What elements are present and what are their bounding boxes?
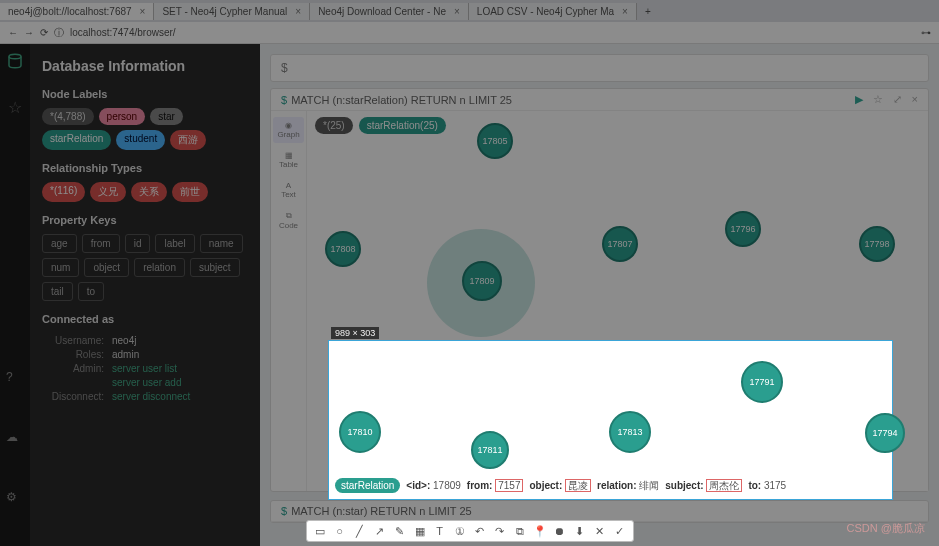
tab-2[interactable]: Neo4j Download Center - Ne× (310, 3, 469, 20)
key-pill[interactable]: to (78, 282, 104, 301)
label-pill[interactable]: person (99, 108, 146, 125)
graph-node[interactable]: 17805 (477, 123, 513, 159)
save-icon[interactable]: ⬇ (573, 524, 587, 538)
close-icon[interactable]: × (140, 6, 146, 17)
graph-node[interactable]: 17811 (471, 431, 509, 469)
graph-node[interactable]: 17796 (725, 211, 761, 247)
close-icon[interactable]: × (454, 6, 460, 17)
rels-heading: Relationship Types (42, 162, 248, 174)
browser-tabstrip: neo4j@bolt://localhost:7687× SET - Neo4j… (0, 0, 939, 22)
reload-icon[interactable]: ⟳ (40, 27, 48, 38)
node-inspector: starRelation <id>: 17809 from: 7157 obje… (335, 478, 886, 493)
settings-icon[interactable]: ⚙ (6, 490, 17, 504)
label-pill[interactable]: star (150, 108, 183, 125)
tab-1[interactable]: SET - Neo4j Cypher Manual× (154, 3, 310, 20)
graph-node[interactable]: 17798 (859, 226, 895, 262)
view-text[interactable]: AText (277, 177, 300, 203)
help-icon[interactable]: ? (6, 370, 13, 384)
record-icon[interactable]: ⏺ (553, 524, 567, 538)
line-icon[interactable]: ╱ (353, 524, 367, 538)
close-icon[interactable]: × (912, 93, 918, 106)
rel-count[interactable]: *(116) (42, 182, 85, 202)
user-list-link[interactable]: server user list (112, 363, 177, 374)
undo-icon[interactable]: ↶ (473, 524, 487, 538)
view-switcher: ◉Graph ▦Table AText ⧉Code (271, 111, 307, 491)
cypher-editor[interactable]: $ (270, 54, 929, 82)
graph-node[interactable]: 17809 (462, 261, 502, 301)
cloud-icon[interactable]: ☁ (6, 430, 18, 444)
arrow-icon[interactable]: ↗ (373, 524, 387, 538)
selection-dimensions: 989 × 303 (331, 327, 379, 339)
query-text: MATCH (n:starRelation) RETURN n LIMIT 25 (291, 94, 512, 106)
circle-icon[interactable]: ○ (333, 524, 347, 538)
key-pill[interactable]: subject (190, 258, 240, 277)
labels-heading: Node Labels (42, 88, 248, 100)
graph-node[interactable]: 17791 (741, 361, 783, 403)
view-table[interactable]: ▦Table (275, 147, 302, 173)
tab-3[interactable]: LOAD CSV - Neo4j Cypher Ma× (469, 3, 637, 20)
database-icon[interactable] (6, 52, 24, 74)
result-count[interactable]: *(25) (315, 117, 353, 134)
keys-heading: Property Keys (42, 214, 248, 226)
star-icon[interactable]: ☆ (8, 98, 22, 117)
disconnect-link[interactable]: server disconnect (112, 391, 190, 402)
new-tab-button[interactable]: + (637, 3, 659, 20)
back-icon[interactable]: ← (8, 27, 18, 38)
user-add-link[interactable]: server user add (112, 377, 181, 388)
key-pill[interactable]: object (84, 258, 129, 277)
label-pill[interactable]: student (116, 130, 165, 150)
label-count[interactable]: *(4,788) (42, 108, 94, 125)
pin-icon[interactable]: ☆ (873, 93, 883, 106)
key-pill[interactable]: label (155, 234, 194, 253)
redo-icon[interactable]: ↷ (493, 524, 507, 538)
key-pill[interactable]: id (125, 234, 151, 253)
view-code[interactable]: ⧉Code (275, 207, 302, 234)
rel-pill[interactable]: 前世 (172, 182, 208, 202)
key-pill[interactable]: relation (134, 258, 185, 277)
left-rail: ☆ ? ☁ ⚙ (0, 44, 30, 546)
watermark: CSDN @脆瓜凉 (847, 521, 925, 536)
property-keys: age from id label name num object relati… (42, 234, 248, 301)
key-pill[interactable]: name (200, 234, 243, 253)
key-pill[interactable]: from (82, 234, 120, 253)
query-text: MATCH (n:star) RETURN n LIMIT 25 (291, 505, 472, 517)
text-icon[interactable]: T (433, 524, 447, 538)
number-icon[interactable]: ① (453, 524, 467, 538)
forward-icon[interactable]: → (24, 27, 34, 38)
pen-icon[interactable]: ✎ (393, 524, 407, 538)
tab-0[interactable]: neo4j@bolt://localhost:7687× (0, 3, 154, 20)
mosaic-icon[interactable]: ▦ (413, 524, 427, 538)
label-pill[interactable]: 西游 (170, 130, 206, 150)
connected-heading: Connected as (42, 313, 248, 325)
graph-node[interactable]: 17808 (325, 231, 361, 267)
url-text[interactable]: localhost:7474/browser/ (70, 27, 176, 38)
app-icon[interactable]: ⧉ (513, 524, 527, 538)
graph-node[interactable]: 17813 (609, 411, 651, 453)
key-pill[interactable]: tail (42, 282, 73, 301)
graph-node[interactable]: 17794 (865, 413, 905, 453)
sidebar-title: Database Information (42, 58, 248, 74)
expand-icon[interactable]: ⤢ (893, 93, 902, 106)
key-pill[interactable]: age (42, 234, 77, 253)
screenshot-selection[interactable]: 989 × 303 1781017811178131779117794 star… (328, 340, 893, 500)
close-icon[interactable]: × (622, 6, 628, 17)
screenshot-toolbar[interactable]: ▭ ○ ╱ ↗ ✎ ▦ T ① ↶ ↷ ⧉ 📍 ⏺ ⬇ ✕ ✓ (306, 520, 634, 542)
inspector-label[interactable]: starRelation (335, 478, 400, 493)
close-icon[interactable]: × (295, 6, 301, 17)
label-pill[interactable]: starRelation (42, 130, 111, 150)
graph-node[interactable]: 17807 (602, 226, 638, 262)
view-graph[interactable]: ◉Graph (273, 117, 303, 143)
confirm-icon[interactable]: ✓ (613, 524, 627, 538)
key-pill[interactable]: num (42, 258, 79, 277)
cancel-icon[interactable]: ✕ (593, 524, 607, 538)
play-icon[interactable]: ▶ (855, 93, 863, 106)
graph-node[interactable]: 17810 (339, 411, 381, 453)
info-icon[interactable]: ⓘ (54, 26, 64, 40)
rel-pill[interactable]: 关系 (131, 182, 167, 202)
rect-icon[interactable]: ▭ (313, 524, 327, 538)
rel-pill[interactable]: 义兄 (90, 182, 126, 202)
result-label[interactable]: starRelation(25) (359, 117, 446, 134)
key-icon[interactable]: ⊶ (921, 27, 931, 38)
sidebar: Database Information Node Labels *(4,788… (30, 44, 260, 546)
pin-icon[interactable]: 📍 (533, 524, 547, 538)
